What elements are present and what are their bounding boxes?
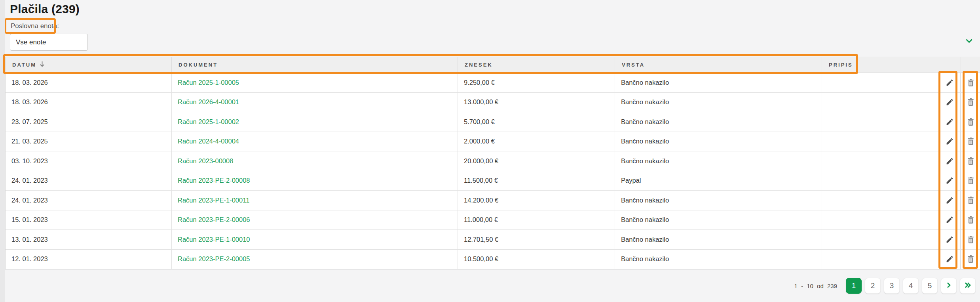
delete-button[interactable] (965, 116, 977, 128)
cell-datum: 24. 01. 2023 (6, 191, 171, 210)
cell-dokument: Račun 2023-PE-2-00006 (171, 210, 458, 230)
table-row: 23. 07. 2025 Račun 2025-1-00002 5.700,00… (6, 112, 980, 132)
page-button[interactable]: 5 (922, 278, 938, 294)
column-header[interactable]: PRIPIS (822, 57, 939, 73)
trash-icon (967, 121, 974, 127)
table-header-row: DATUMDOKUMENTZNESEKVRSTAPRIPIS (6, 57, 980, 73)
table-row: 15. 01. 2023 Račun 2023-PE-2-00006 11.00… (6, 210, 980, 230)
cell-pripis (822, 73, 939, 93)
column-header[interactable]: ZNESEK (458, 57, 615, 73)
cell-vrsta: Paypal (615, 171, 822, 191)
edit-button[interactable] (943, 214, 956, 226)
table-row: 21. 03. 2025 Račun 2024-4-00004 2.000,00… (6, 132, 980, 152)
cell-znesek: 11.000,00 € (458, 210, 615, 230)
edit-button[interactable] (943, 116, 956, 128)
trash-icon (967, 141, 974, 147)
column-header[interactable]: DOKUMENT (171, 57, 458, 73)
filter-collapse-button[interactable] (964, 37, 974, 45)
cell-pripis (822, 151, 939, 171)
table-row: 18. 03. 2026 Račun 2025-1-00005 9.250,00… (6, 73, 980, 93)
cell-vrsta: Bančno nakazilo (615, 112, 822, 132)
cell-datum: 15. 01. 2023 (6, 210, 171, 230)
edit-button[interactable] (943, 195, 956, 206)
document-link[interactable]: Račun 2023-PE-1-00011 (178, 197, 249, 204)
chevron-right-icon (947, 281, 951, 290)
delete-button[interactable] (965, 136, 977, 147)
pencil-icon (946, 82, 954, 88)
pencil-icon (946, 200, 954, 206)
document-link[interactable]: Račun 2025-1-00002 (178, 118, 239, 125)
pencil-icon (946, 258, 954, 264)
cell-edit (939, 210, 961, 230)
document-link[interactable]: Račun 2025-1-00005 (178, 79, 239, 86)
table-row: 24. 01. 2023 Račun 2023-PE-2-00008 11.50… (6, 171, 980, 191)
trash-icon (967, 180, 974, 186)
delete-button[interactable] (965, 77, 977, 88)
cell-dokument: Račun 2025-1-00002 (171, 112, 458, 132)
delete-button[interactable] (965, 253, 977, 265)
page-button[interactable]: 2 (865, 278, 881, 294)
document-link[interactable]: Račun 2026-4-00001 (178, 98, 239, 105)
cell-datum: 21. 03. 2025 (6, 132, 171, 152)
edit-button[interactable] (943, 96, 956, 108)
trash-icon (967, 161, 974, 166)
cell-edit (939, 191, 961, 210)
cell-delete (961, 73, 980, 93)
document-link[interactable]: Račun 2023-00008 (178, 157, 233, 164)
edit-button[interactable] (943, 136, 956, 147)
delete-button[interactable] (965, 234, 977, 245)
trash-icon (967, 258, 974, 264)
edit-button[interactable] (943, 175, 956, 186)
cell-pripis (822, 171, 939, 191)
column-header[interactable]: VRSTA (615, 57, 822, 73)
cell-dokument: Račun 2023-PE-1-00011 (171, 191, 458, 210)
delete-button[interactable] (965, 155, 977, 167)
table-row: 03. 10. 2023 Račun 2023-00008 20.000,00 … (6, 151, 980, 171)
page-button[interactable]: 1 (846, 278, 862, 294)
delete-button[interactable] (965, 214, 977, 226)
business-unit-select[interactable]: Vse enote (10, 34, 88, 51)
document-link[interactable]: Račun 2023-PE-2-00006 (178, 216, 250, 223)
edit-button[interactable] (943, 77, 956, 88)
payments-table: DATUMDOKUMENTZNESEKVRSTAPRIPIS 18. 03. 2… (5, 57, 980, 270)
document-link[interactable]: Račun 2024-4-00004 (178, 138, 239, 145)
cell-dokument: Račun 2023-00008 (171, 151, 458, 171)
cell-pripis (822, 93, 939, 113)
last-page-button[interactable] (960, 278, 976, 294)
trash-icon (967, 239, 974, 245)
table-row: 18. 03. 2026 Račun 2026-4-00001 13.000,0… (6, 93, 980, 113)
cell-znesek: 5.700,00 € (458, 112, 615, 132)
document-link[interactable]: Račun 2023-PE-2-00005 (178, 255, 250, 262)
table-row: 12. 01. 2023 Račun 2023-PE-2-00005 10.50… (6, 250, 980, 270)
cell-delete (961, 210, 980, 230)
page-button[interactable]: 3 (884, 278, 900, 294)
document-link[interactable]: Račun 2023-PE-2-00008 (178, 177, 250, 184)
delete-button[interactable] (965, 96, 977, 108)
next-page-button[interactable] (941, 278, 957, 294)
cell-delete (961, 171, 980, 191)
cell-znesek: 12.701,50 € (458, 230, 615, 250)
pencil-icon (946, 239, 954, 245)
cell-pripis (822, 210, 939, 230)
edit-button[interactable] (943, 155, 956, 167)
trash-icon (967, 82, 974, 88)
filter-label-wrap: Poslovna enota: (6, 20, 54, 32)
cell-dokument: Račun 2026-4-00001 (171, 93, 458, 113)
cell-datum: 24. 01. 2023 (6, 171, 171, 191)
column-header[interactable]: DATUM (6, 57, 171, 73)
page-button[interactable]: 4 (903, 278, 919, 294)
pencil-icon (946, 141, 954, 147)
cell-znesek: 20.000,00 € (458, 151, 615, 171)
edit-button[interactable] (943, 234, 956, 245)
cell-znesek: 10.500,00 € (458, 250, 615, 270)
delete-button[interactable] (965, 175, 977, 186)
business-unit-value: Vse enote (16, 38, 46, 46)
cell-pripis (822, 112, 939, 132)
pencil-icon (946, 180, 954, 186)
pencil-icon (946, 161, 954, 166)
cell-znesek: 14.200,00 € (458, 191, 615, 210)
delete-button[interactable] (965, 195, 977, 206)
edit-button[interactable] (943, 253, 956, 265)
cell-pripis (822, 250, 939, 270)
document-link[interactable]: Račun 2023-PE-1-00010 (178, 236, 250, 243)
